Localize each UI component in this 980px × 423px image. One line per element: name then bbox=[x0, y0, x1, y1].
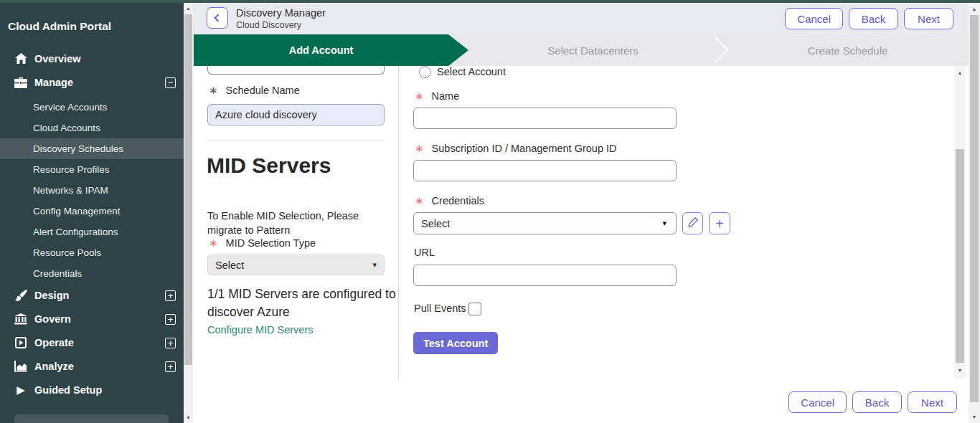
name-label: ∗ Name bbox=[415, 90, 459, 103]
scroll-up-icon[interactable]: ▲ bbox=[969, 6, 980, 11]
credentials-select[interactable]: Select ▾ bbox=[413, 212, 677, 234]
bank-icon bbox=[14, 313, 27, 325]
scroll-down-icon[interactable]: ▼ bbox=[184, 415, 193, 420]
sidebar-item-analyze[interactable]: Analyze + bbox=[0, 358, 184, 375]
sidebar: Cloud Admin Portal Overview Manage − Ser… bbox=[0, 3, 184, 423]
sidebar-item-label: Overview bbox=[34, 53, 81, 65]
section-divider bbox=[207, 141, 385, 141]
scroll-down-icon[interactable]: ▼ bbox=[954, 368, 966, 373]
home-icon bbox=[14, 52, 27, 65]
chevron-down-icon: ▾ bbox=[662, 219, 666, 228]
scroll-down-icon[interactable]: ▼ bbox=[969, 414, 980, 419]
sidebar-item-label: Govern bbox=[34, 313, 71, 325]
subscription-id-label: ∗ Subscription ID / Management Group ID bbox=[415, 142, 616, 155]
sidebar-item-govern[interactable]: Govern + bbox=[0, 310, 184, 328]
sidebar-item-operate[interactable]: Operate + bbox=[0, 334, 184, 351]
sidebar-item-overview[interactable]: Overview bbox=[0, 50, 184, 67]
select-account-label: Select Account bbox=[437, 66, 506, 77]
mid-selection-type-select[interactable]: Select ▾ bbox=[207, 255, 385, 275]
expand-icon[interactable]: + bbox=[165, 314, 176, 325]
step-add-account[interactable]: Add Account bbox=[194, 34, 468, 66]
credentials-label: ∗ Credentials bbox=[415, 194, 484, 207]
mid-servers-status: 1/1 MID Servers are configured to discov… bbox=[207, 285, 400, 321]
area-chart-icon bbox=[14, 360, 27, 373]
required-icon: ∗ bbox=[415, 194, 424, 207]
scroll-up-icon[interactable]: ▲ bbox=[954, 70, 966, 75]
sidebar-item-label: Guided Setup bbox=[34, 384, 102, 396]
form-scrollbar[interactable]: ▲ ▼ bbox=[954, 66, 966, 379]
sidebar-item-guided-setup[interactable]: ▶ Guided Setup bbox=[0, 381, 184, 399]
required-icon: ∗ bbox=[209, 84, 218, 97]
cancel-button-bottom[interactable]: Cancel bbox=[788, 391, 847, 413]
sidebar-item-networks-ipam[interactable]: Networks & IPAM bbox=[0, 180, 184, 201]
page-scrollbar[interactable]: ▲ ▼ bbox=[969, 3, 980, 423]
pull-events-checkbox[interactable] bbox=[468, 303, 481, 315]
sidebar-item-design[interactable]: Design + bbox=[0, 287, 184, 304]
sidebar-item-credentials[interactable]: Credentials bbox=[0, 263, 184, 284]
next-button-bottom[interactable]: Next bbox=[908, 391, 957, 413]
sidebar-item-label: Design bbox=[34, 290, 69, 301]
expand-icon[interactable]: + bbox=[165, 361, 176, 372]
subscription-id-input[interactable] bbox=[413, 160, 677, 181]
chevron-left-icon bbox=[214, 14, 222, 22]
chevron-down-icon: ▾ bbox=[372, 260, 377, 270]
plus-icon: + bbox=[715, 217, 724, 231]
add-credentials-button[interactable]: + bbox=[709, 212, 730, 234]
required-icon: ∗ bbox=[415, 142, 424, 155]
sidebar-item-cloud-accounts[interactable]: Cloud Accounts bbox=[0, 118, 184, 138]
sidebar-item-alert-configurations[interactable]: Alert Configurations bbox=[0, 222, 184, 242]
wizard-steps: Add Account Select Datacenters Create Sc… bbox=[193, 34, 969, 66]
briefcase-icon bbox=[14, 76, 27, 89]
paintbrush-icon bbox=[14, 289, 27, 302]
required-icon: ∗ bbox=[209, 237, 218, 249]
schedule-name-label: ∗ Schedule Name bbox=[209, 84, 300, 97]
scrollbar-thumb[interactable] bbox=[184, 14, 192, 365]
scrollbar-thumb[interactable] bbox=[970, 15, 979, 402]
sidebar-scrollbar[interactable]: ▲ ▼ bbox=[184, 3, 193, 423]
app-title: Cloud Admin Portal bbox=[8, 20, 111, 33]
test-account-button[interactable]: Test Account bbox=[413, 332, 498, 354]
scroll-up-icon[interactable]: ▲ bbox=[184, 6, 193, 11]
page-header: Discovery Manager Cloud Discovery Cancel… bbox=[193, 3, 969, 34]
next-button-top[interactable]: Next bbox=[904, 8, 953, 29]
select-account-radio[interactable] bbox=[419, 66, 431, 78]
sidebar-item-resource-pools[interactable]: Resource Pools bbox=[0, 242, 184, 263]
play-icon: ▶ bbox=[14, 384, 27, 396]
mid-selection-type-label: ∗ MID Selection Type bbox=[209, 237, 316, 249]
back-button[interactable] bbox=[207, 7, 228, 29]
edit-credentials-button[interactable] bbox=[682, 212, 703, 234]
wizard-footer: Cancel Back Next bbox=[193, 380, 969, 423]
form-panel: ∗ Schedule Name MID Servers To Enable MI… bbox=[193, 66, 969, 380]
mid-servers-heading: MID Servers bbox=[207, 153, 331, 178]
play-square-icon bbox=[14, 336, 27, 349]
pencil-icon bbox=[688, 217, 698, 230]
sidebar-item-config-management[interactable]: Config Management bbox=[0, 201, 184, 222]
mid-migrate-note: To Enable MID Selection, Please migrate … bbox=[207, 209, 391, 237]
sidebar-item-service-accounts[interactable]: Service Accounts bbox=[0, 97, 184, 118]
sidebar-item-resource-profiles[interactable]: Resource Profiles bbox=[0, 159, 184, 180]
page-title: Discovery Manager bbox=[236, 7, 326, 19]
sidebar-item-manage[interactable]: Manage − bbox=[0, 74, 184, 91]
url-input[interactable] bbox=[413, 265, 677, 286]
sidebar-bottom-button[interactable] bbox=[14, 414, 169, 423]
cancel-button[interactable]: Cancel bbox=[785, 8, 843, 29]
collapse-icon[interactable]: − bbox=[165, 77, 176, 88]
step-select-datacenters[interactable]: Select Datacenters bbox=[468, 34, 717, 66]
configure-mid-servers-link[interactable]: Configure MID Servers bbox=[207, 324, 313, 336]
back-button-top[interactable]: Back bbox=[849, 8, 898, 29]
scrollbar-thumb[interactable] bbox=[956, 149, 964, 363]
partial-input[interactable] bbox=[207, 66, 385, 75]
pull-events-label: Pull Events bbox=[414, 303, 466, 314]
expand-icon[interactable]: + bbox=[165, 338, 176, 348]
schedule-name-input[interactable] bbox=[207, 104, 385, 125]
expand-icon[interactable]: + bbox=[165, 290, 176, 301]
page-subtitle: Cloud Discovery bbox=[236, 20, 301, 30]
url-label: URL bbox=[414, 247, 435, 258]
back-button-bottom[interactable]: Back bbox=[852, 391, 902, 413]
sidebar-item-discovery-schedules[interactable]: Discovery Schedules bbox=[0, 138, 184, 159]
step-create-schedule[interactable]: Create Schedule bbox=[727, 34, 969, 66]
name-input[interactable] bbox=[413, 108, 677, 129]
sidebar-item-label: Operate bbox=[34, 337, 74, 348]
sidebar-item-label: Manage bbox=[34, 77, 73, 88]
column-divider bbox=[398, 66, 399, 380]
